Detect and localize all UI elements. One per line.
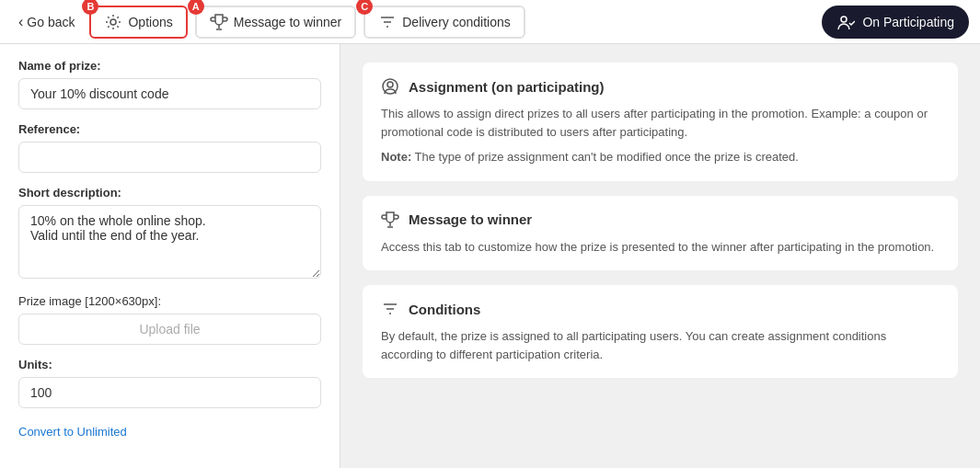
name-of-prize-group: Name of prize: xyxy=(18,59,321,109)
trophy-icon xyxy=(210,13,228,31)
reference-group: Reference: xyxy=(18,122,321,173)
convert-to-unlimited-link[interactable]: Convert to Unlimited xyxy=(18,425,127,439)
short-description-input[interactable]: 10% on the whole online shop. Valid unti… xyxy=(18,205,321,279)
tab-delivery-label: Delivery conditions xyxy=(402,15,511,29)
name-of-prize-label: Name of prize: xyxy=(18,59,321,73)
user-circle-icon xyxy=(381,77,399,96)
chevron-left-icon: ‹ xyxy=(18,14,23,30)
assignment-note: Note: The type of prize assignment can't… xyxy=(381,148,940,166)
tab-message-to-winner[interactable]: Message to winner xyxy=(195,6,357,39)
right-panel: Assignment (on participating) This allow… xyxy=(340,44,980,468)
tab-options-label: Options xyxy=(128,15,172,29)
prize-image-label: Prize image [1200×630px]: xyxy=(18,294,321,308)
reference-label: Reference: xyxy=(18,122,321,136)
go-back-button[interactable]: ‹ Go back xyxy=(11,10,82,34)
top-bar: ‹ Go back Options B Message to winner A xyxy=(0,0,980,44)
filter-icon xyxy=(378,13,397,31)
tab-wrapper-delivery: Delivery conditions C xyxy=(363,6,525,39)
conditions-header: Conditions xyxy=(381,300,940,318)
short-description-group: Short description: 10% on the whole onli… xyxy=(18,186,321,281)
units-label: Units: xyxy=(18,358,321,371)
left-panel: Name of prize: Reference: Short descript… xyxy=(0,44,340,468)
tab-wrapper-options: Options B xyxy=(89,6,187,39)
assignment-section: Assignment (on participating) This allow… xyxy=(363,63,958,181)
message-title: Message to winner xyxy=(409,211,532,227)
units-input[interactable] xyxy=(18,377,321,408)
tab-delivery-conditions[interactable]: Delivery conditions xyxy=(363,6,525,39)
svg-point-3 xyxy=(387,82,393,87)
go-back-label: Go back xyxy=(27,15,75,29)
conditions-title: Conditions xyxy=(409,302,480,317)
units-group: Units: xyxy=(18,358,321,408)
short-description-label: Short description: xyxy=(18,186,321,200)
tab-message-badge: A xyxy=(188,0,204,15)
tab-options[interactable]: Options xyxy=(89,6,187,39)
message-description: Access this tab to customize how the pri… xyxy=(381,238,940,257)
upload-file-button[interactable]: Upload file xyxy=(18,314,321,345)
name-of-prize-input[interactable] xyxy=(18,78,321,109)
conditions-section: Conditions By default, the prize is assi… xyxy=(363,285,958,378)
assignment-title: Assignment (on participating) xyxy=(409,79,605,95)
message-header: Message to winner xyxy=(381,211,940,229)
user-check-icon xyxy=(836,13,855,31)
svg-point-1 xyxy=(841,17,847,22)
gear-icon xyxy=(104,13,122,31)
on-participating-label: On Participating xyxy=(862,15,954,29)
svg-point-0 xyxy=(110,19,116,25)
on-participating-button[interactable]: On Participating xyxy=(822,6,969,39)
tab-message-label: Message to winner xyxy=(234,15,342,29)
prize-image-group: Prize image [1200×630px]: Upload file xyxy=(18,294,321,345)
message-to-winner-section: Message to winner Access this tab to cus… xyxy=(363,196,958,271)
filter-icon-right xyxy=(381,300,399,318)
reference-input[interactable] xyxy=(18,142,321,173)
tab-wrapper-message: Message to winner A xyxy=(195,6,357,39)
conditions-description: By default, the prize is assigned to all… xyxy=(381,327,940,363)
assignment-description: This allows to assign direct prizes to a… xyxy=(381,105,940,141)
trophy-icon-right xyxy=(381,211,399,229)
main-content: Name of prize: Reference: Short descript… xyxy=(0,44,980,468)
tab-delivery-badge: C xyxy=(356,0,373,15)
assignment-header: Assignment (on participating) xyxy=(381,77,940,96)
